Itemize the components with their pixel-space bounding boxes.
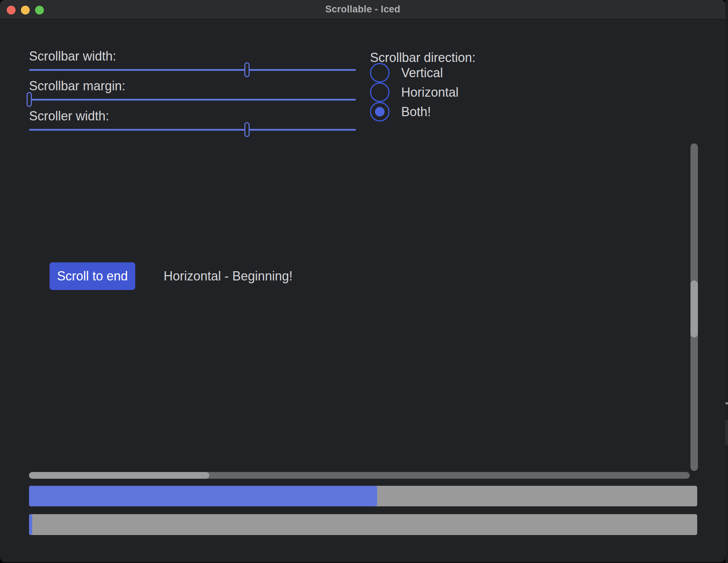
vertical-scroll-progress-bar xyxy=(29,486,697,506)
horizontal-scrollbar-track[interactable] xyxy=(29,472,690,479)
horizontal-scroll-progress-bar xyxy=(29,514,697,535)
title-bar: Scrollable - Iced xyxy=(0,0,726,19)
slider-rail[interactable] xyxy=(29,99,356,101)
vertical-scrollbar-track[interactable] xyxy=(690,143,698,471)
slider-rail[interactable] xyxy=(29,129,356,131)
radio-label: Both! xyxy=(401,104,431,119)
app-window: Scrollable - Iced Scrollbar width: Scrol… xyxy=(0,0,726,562)
scrollbar-margin-label: Scrollbar margin: xyxy=(29,78,125,94)
background-window-fragment xyxy=(726,420,728,445)
radio-circle[interactable] xyxy=(370,102,389,121)
horizontal-scrollbar-thumb[interactable] xyxy=(29,472,209,479)
radio-circle[interactable] xyxy=(370,63,389,83)
progress-fill xyxy=(29,514,32,535)
radio-option-horizontal[interactable]: Horizontal xyxy=(370,83,459,102)
slider-rail[interactable] xyxy=(29,69,356,71)
scroller-width-label: Scroller width: xyxy=(29,108,109,124)
scrollbar-width-slider[interactable] xyxy=(29,62,356,77)
slider-handle[interactable] xyxy=(244,122,250,137)
radio-label: Horizontal xyxy=(401,85,459,100)
zoom-button[interactable] xyxy=(35,6,44,15)
vertical-scrollbar-thumb[interactable] xyxy=(690,280,698,337)
slider-handle[interactable] xyxy=(27,92,32,107)
scroll-status-text: Horizontal - Beginning! xyxy=(164,262,292,290)
radio-selected-dot xyxy=(375,107,385,116)
minimize-button[interactable] xyxy=(21,6,30,15)
scrollbar-width-label: Scrollbar width: xyxy=(29,49,116,64)
traffic-lights xyxy=(7,6,44,15)
radio-label: Vertical xyxy=(401,66,443,80)
background-window-divider xyxy=(726,402,728,404)
progress-fill xyxy=(29,486,377,506)
slider-handle[interactable] xyxy=(244,62,250,77)
background-window-edge xyxy=(726,0,728,563)
scroller-width-slider[interactable] xyxy=(29,122,356,137)
window-title: Scrollable - Iced xyxy=(325,4,400,15)
radio-circle[interactable] xyxy=(370,83,389,102)
close-button[interactable] xyxy=(7,6,16,15)
scrollbar-margin-slider[interactable] xyxy=(29,92,356,107)
scroll-to-end-button[interactable]: Scroll to end xyxy=(50,262,135,290)
radio-option-vertical[interactable]: Vertical xyxy=(370,63,443,83)
radio-option-both[interactable]: Both! xyxy=(370,102,431,121)
